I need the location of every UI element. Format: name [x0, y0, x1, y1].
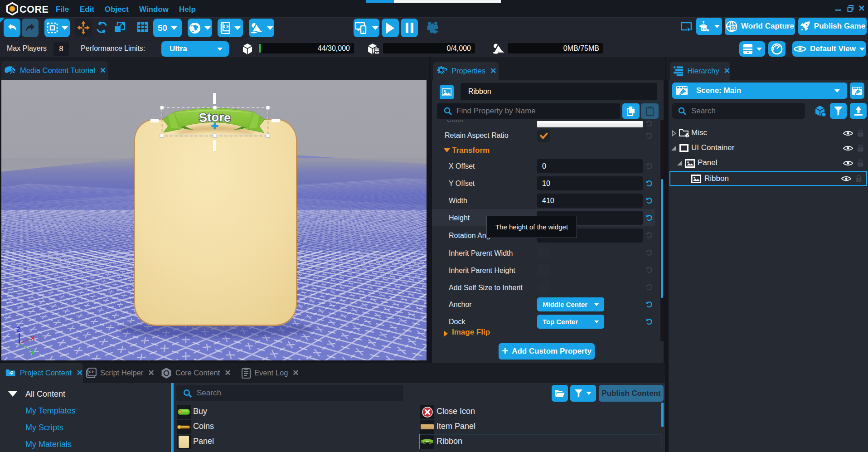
svg-text:Z: Z — [16, 326, 20, 333]
svg-text:Y: Y — [30, 348, 35, 356]
svg-text:CORE: CORE — [19, 4, 49, 15]
svg-text:X: X — [30, 334, 35, 342]
